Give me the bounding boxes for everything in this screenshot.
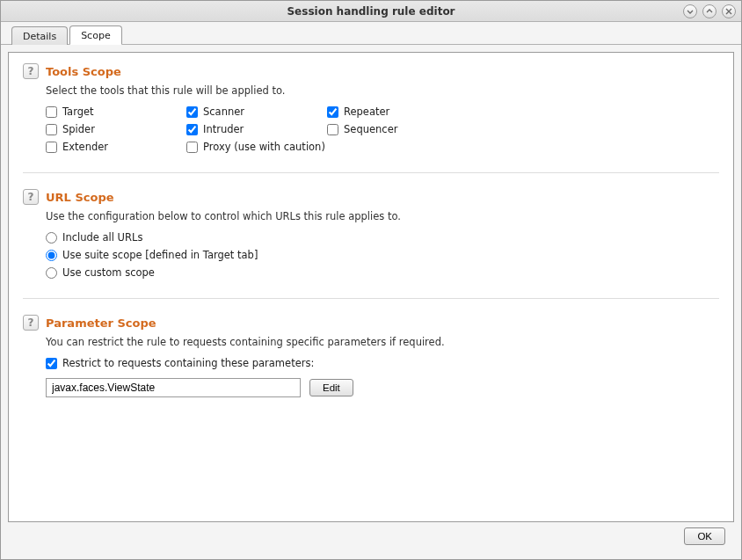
- window: Session handling rule editor Details Sco…: [0, 0, 742, 560]
- ok-button[interactable]: OK: [684, 527, 725, 545]
- checkbox-extender[interactable]: Extender: [46, 141, 186, 153]
- checkbox-restrict-label: Restrict to requests containing these pa…: [62, 357, 314, 369]
- radio-suite-scope-input[interactable]: [46, 250, 57, 261]
- checkbox-spider[interactable]: Spider: [46, 123, 186, 135]
- tools-checkbox-grid: Target Scanner Repeater Spider: [46, 105, 719, 153]
- scope-panel: ? Tools Scope Select the tools that this…: [8, 52, 734, 522]
- checkbox-target[interactable]: Target: [46, 105, 186, 118]
- close-icon[interactable]: [722, 4, 736, 18]
- radio-custom-scope[interactable]: Use custom scope: [46, 266, 719, 279]
- edit-button[interactable]: Edit: [309, 379, 353, 396]
- tab-scope[interactable]: Scope: [69, 25, 122, 45]
- help-icon[interactable]: ?: [23, 63, 39, 79]
- checkbox-restrict[interactable]: Restrict to requests containing these pa…: [46, 357, 719, 369]
- param-value-input[interactable]: [46, 378, 301, 397]
- tools-scope-section: ? Tools Scope Select the tools that this…: [23, 63, 719, 153]
- checkbox-spider-input[interactable]: [46, 124, 57, 135]
- minimize-icon[interactable]: [683, 4, 697, 18]
- checkbox-repeater-label: Repeater: [344, 105, 389, 118]
- checkbox-extender-input[interactable]: [46, 142, 57, 153]
- radio-include-all-label: Include all URLs: [62, 231, 142, 244]
- checkbox-sequencer[interactable]: Sequencer: [327, 123, 468, 135]
- url-scope-section: ? URL Scope Use the configuration below …: [23, 189, 719, 279]
- param-scope-desc: You can restrict the rule to requests co…: [46, 336, 719, 348]
- checkbox-sequencer-input[interactable]: [327, 124, 338, 135]
- param-row: Edit: [46, 378, 719, 397]
- checkbox-proxy-input[interactable]: [186, 142, 198, 153]
- checkbox-intruder[interactable]: Intruder: [186, 123, 327, 135]
- radio-suite-scope[interactable]: Use suite scope [defined in Target tab]: [46, 249, 719, 261]
- checkbox-target-label: Target: [62, 105, 94, 118]
- checkbox-repeater[interactable]: Repeater: [327, 105, 468, 118]
- radio-suite-scope-label: Use suite scope [defined in Target tab]: [62, 249, 258, 261]
- tab-details[interactable]: Details: [11, 26, 68, 45]
- checkbox-restrict-input[interactable]: [46, 358, 57, 369]
- checkbox-intruder-label: Intruder: [203, 123, 244, 135]
- tools-scope-title: Tools Scope: [46, 65, 121, 78]
- checkbox-repeater-input[interactable]: [327, 106, 338, 118]
- checkbox-scanner-label: Scanner: [203, 105, 244, 118]
- checkbox-proxy-label: Proxy (use with caution): [203, 141, 325, 153]
- radio-custom-scope-input[interactable]: [46, 267, 57, 279]
- window-controls: [683, 4, 736, 18]
- checkbox-scanner[interactable]: Scanner: [186, 105, 327, 118]
- help-icon[interactable]: ?: [23, 315, 39, 331]
- checkbox-intruder-input[interactable]: [186, 124, 198, 135]
- checkbox-proxy[interactable]: Proxy (use with caution): [186, 141, 468, 153]
- checkbox-extender-label: Extender: [62, 141, 108, 153]
- help-icon[interactable]: ?: [23, 189, 39, 205]
- radio-custom-scope-label: Use custom scope: [62, 266, 155, 279]
- url-scope-title: URL Scope: [46, 191, 114, 204]
- param-scope-title: Parameter Scope: [46, 316, 156, 330]
- tools-scope-desc: Select the tools that this rule will be …: [46, 84, 719, 97]
- checkbox-target-input[interactable]: [46, 106, 57, 118]
- maximize-icon[interactable]: [702, 4, 717, 18]
- checkbox-spider-label: Spider: [62, 123, 95, 135]
- divider: [23, 172, 719, 173]
- url-scope-radios: Include all URLs Use suite scope [define…: [46, 231, 719, 279]
- url-scope-desc: Use the configuration below to control w…: [46, 210, 719, 222]
- param-scope-section: ? Parameter Scope You can restrict the r…: [23, 315, 719, 397]
- radio-include-all-input[interactable]: [46, 232, 57, 244]
- checkbox-sequencer-label: Sequencer: [344, 123, 397, 135]
- radio-include-all[interactable]: Include all URLs: [46, 231, 719, 244]
- divider: [23, 298, 719, 299]
- window-title: Session handling rule editor: [6, 5, 736, 18]
- tabstrip: Details Scope: [1, 22, 741, 45]
- titlebar: Session handling rule editor: [1, 1, 741, 22]
- footer: OK: [8, 522, 734, 552]
- checkbox-scanner-input[interactable]: [186, 106, 198, 118]
- content-outer: ? Tools Scope Select the tools that this…: [1, 45, 741, 559]
